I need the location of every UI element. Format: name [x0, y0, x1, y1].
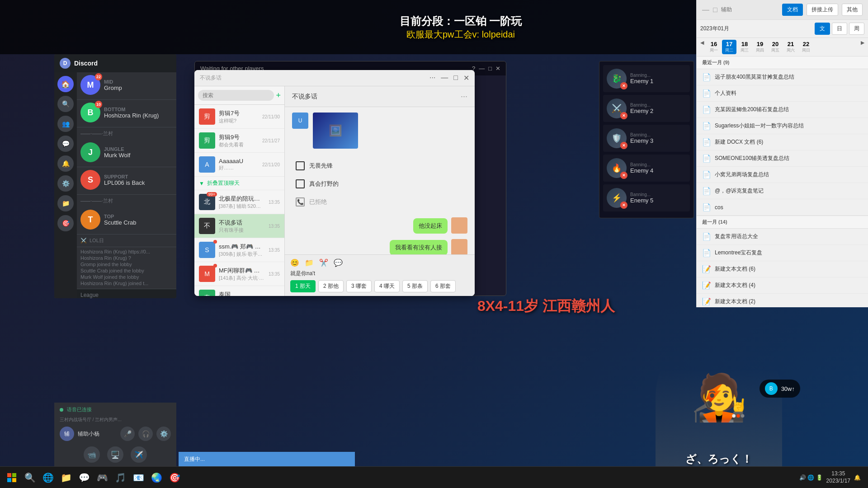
wechat-more-icon[interactable]: ···	[429, 74, 435, 82]
file-item-9[interactable]: 📄 cos	[697, 199, 868, 216]
taskbar-app-8[interactable]: 🎯	[166, 469, 183, 486]
taskbar-app-3[interactable]: 💬	[76, 469, 92, 486]
files-btn-doc[interactable]: 文档	[782, 4, 803, 16]
file-item-13[interactable]: 📝 新建文本文档 (4)	[697, 277, 868, 294]
toolbar-folder-icon[interactable]: 📁	[305, 258, 314, 267]
wechat-search-row: +	[198, 90, 281, 101]
taskbar-app-7[interactable]: 🌏	[148, 469, 165, 486]
file-item-1[interactable]: 📄 远子朋友400黑莫菜甘摊复盘总结	[697, 69, 868, 85]
quick-btn-4[interactable]: 4 哪天	[374, 280, 400, 292]
search-taskbar-btn[interactable]: 🔍	[22, 469, 38, 486]
cal-tab-day[interactable]: 日	[832, 23, 847, 35]
option-checkbox-1[interactable]	[296, 161, 305, 170]
lobby-entry-jungle[interactable]: J JUNGLE Murk Wolf	[77, 140, 176, 165]
quick-btn-1[interactable]: 1 那天	[290, 280, 316, 292]
quick-btn-6[interactable]: 6 那套	[430, 280, 456, 292]
contact-jinji7[interactable]: 剪 剪辑7号 这样呢? 22/11/30	[194, 105, 284, 129]
wechat-min-icon[interactable]: —	[441, 74, 448, 82]
toolbar-scissors-icon[interactable]: ✂️	[319, 258, 328, 267]
game-lobby-close-btn[interactable]: ✕	[495, 65, 500, 72]
wechat-max-icon[interactable]: □	[453, 74, 458, 82]
contact-mf[interactable]: M MF闲聊群🎮 豆浆少... [141条] 高分·大坑·中下辅... 13:3…	[194, 262, 284, 286]
start-button[interactable]	[4, 469, 20, 486]
quick-btn-3[interactable]: 3 哪套	[346, 280, 372, 292]
contact-taiguo[interactable]: 泰 泰国 建议他去吃 13:35	[194, 286, 284, 296]
discord-nav-notify[interactable]: 🔔	[57, 155, 74, 172]
cal-day-20[interactable]: 20周五	[768, 40, 783, 54]
voice-settings-btn[interactable]: ⚙️	[156, 427, 171, 441]
contact-folder[interactable]: ▼ 折叠置顶聊天	[194, 177, 284, 190]
lobby-entry-support[interactable]: S SUPPORT LPL006 is Back	[77, 167, 176, 192]
file-item-7[interactable]: 📄 小窝兄弟两场复盘总结	[697, 167, 868, 183]
cal-day-16[interactable]: 16周一	[707, 40, 721, 54]
taskbar-app-1[interactable]: 🌐	[40, 469, 56, 486]
contact-avatar-ssm: S	[199, 242, 215, 258]
taskbar-sys-icons: 🔊 🌐 🔋	[799, 474, 823, 481]
cal-day-18[interactable]: 18周三	[737, 40, 752, 54]
contact-jinji9[interactable]: 剪 剪辑9号 都会先看看 22/11/27	[194, 129, 284, 153]
file-item-3[interactable]: 📄 充某因蓝鲫鱼200辅石复盘总结	[697, 102, 868, 118]
lobby-entry-top[interactable]: T TOP Scuttle Crab	[77, 207, 176, 232]
discord-nav-search[interactable]: 🔍	[57, 96, 74, 112]
file-item-4[interactable]: 📄 Sugarless小姐姐一对一数字内容总结	[697, 118, 868, 134]
contact-bshuo[interactable]: 不 不说多话 只有珠手接 13:35	[194, 214, 284, 238]
cal-day-22[interactable]: 22周日	[799, 40, 813, 54]
discord-nav-settings[interactable]: ⚙️	[57, 175, 74, 192]
files-minimize-icon[interactable]: —	[702, 6, 709, 14]
files-maximize-icon[interactable]: □	[713, 6, 717, 14]
taskbar-notification-icon[interactable]: 🔔	[854, 474, 861, 481]
wechat-add-icon[interactable]: +	[276, 91, 281, 100]
voice-speaker-btn[interactable]: 🎧	[138, 427, 153, 441]
discord-nav-friends[interactable]: 👥	[57, 116, 74, 132]
toolbar-emoji-icon[interactable]: 😊	[290, 258, 299, 267]
taskbar-time[interactable]: 13:35 2023/1/17	[826, 470, 850, 484]
quick-btn-2[interactable]: 2 那他	[318, 280, 344, 292]
file-item-2[interactable]: 📄 个人资料	[697, 85, 868, 102]
cal-day-17-today[interactable]: 17周二	[722, 40, 736, 54]
discord-nav-msg[interactable]: 💬	[57, 136, 74, 152]
contact-info-mf: MF闲聊群🎮 豆浆少... [141条] 高分·大坑·中下辅...	[219, 267, 265, 282]
toolbar-chat-icon[interactable]: 💬	[334, 258, 343, 267]
call-screen-btn[interactable]: 🖥️	[107, 446, 123, 463]
lobby-entry-bottom[interactable]: B 10 BOTTOM Hoshizora Rin (Krug)	[77, 100, 176, 125]
file-item-6[interactable]: 📄 SOMEONE100辅美透复盘总结	[697, 150, 868, 167]
lobby-entry-mid[interactable]: M 22 MID Gromp	[77, 72, 176, 98]
call-send-btn[interactable]: ✈️	[131, 446, 147, 463]
contact-avatar-jinji7: 剪	[199, 108, 215, 125]
taskbar-app-4[interactable]: 🎮	[94, 469, 110, 486]
cal-day-19[interactable]: 19周四	[753, 40, 767, 54]
contact-aaaaau[interactable]: A AaaaaaU 好…… 22/11/20	[194, 153, 284, 177]
call-video-btn[interactable]: 📹	[84, 446, 100, 463]
files-btn-upload[interactable]: 拼接上传	[807, 4, 838, 16]
discord-nav-home[interactable]: 🏠	[57, 76, 74, 92]
file-item-8[interactable]: 📄 @，@诉克复盘笔记	[697, 183, 868, 199]
wechat-chat-more-icon[interactable]: ···	[461, 92, 467, 101]
discord-nav-target[interactable]: 🎯	[57, 215, 74, 231]
voice-mic-btn[interactable]: 🎤	[120, 427, 135, 441]
taskbar-app-2[interactable]: 📁	[58, 469, 74, 486]
ban-enemy-3: 🛡️ ✕ Banning... Enemy 3	[603, 125, 690, 152]
bili-viewer-count: 30w↑	[781, 385, 795, 392]
cal-next-btn[interactable]: ▶	[861, 40, 864, 54]
wechat-search-input[interactable]	[198, 90, 274, 101]
file-item-11[interactable]: 📄 Lemontree宝石复盘	[697, 245, 868, 261]
contact-beiji[interactable]: 北 99+ 北极星的陪玩群🎮 ... [387条] 辅助 520小时说... 1…	[194, 190, 284, 214]
taskbar-app-6[interactable]: 📧	[130, 469, 146, 486]
cal-tab-doc[interactable]: 文	[815, 23, 830, 35]
game-lobby-min-btn[interactable]: —	[479, 65, 485, 72]
file-item-12[interactable]: 📝 新建文本文档 (6)	[697, 261, 868, 277]
cal-tab-week[interactable]: 周	[849, 23, 864, 35]
file-item-5[interactable]: 📄 新建 DOCX 文档 (6)	[697, 134, 868, 150]
cal-prev-btn[interactable]: ◀	[700, 40, 704, 54]
files-btn-other[interactable]: 其他	[842, 4, 863, 16]
wechat-close-icon[interactable]: ✕	[463, 74, 469, 82]
option-checkbox-2[interactable]	[296, 179, 305, 188]
discord-nav-folder[interactable]: 📁	[57, 195, 74, 211]
cal-day-21[interactable]: 21周六	[783, 40, 798, 54]
lobby-info-bottom: BOTTOM Hoshizora Rin (Krug)	[104, 107, 173, 119]
taskbar-app-5[interactable]: 🎵	[112, 469, 128, 486]
game-lobby-max-btn[interactable]: □	[488, 65, 492, 72]
contact-ssm[interactable]: S ssm.🎮 郑🎮 形... [309条] 娱乐·歌手学生... 13:35	[194, 238, 284, 262]
file-item-10[interactable]: 📄 复盘常用语总大全	[697, 229, 868, 245]
quick-btn-5[interactable]: 5 那条	[402, 280, 428, 292]
